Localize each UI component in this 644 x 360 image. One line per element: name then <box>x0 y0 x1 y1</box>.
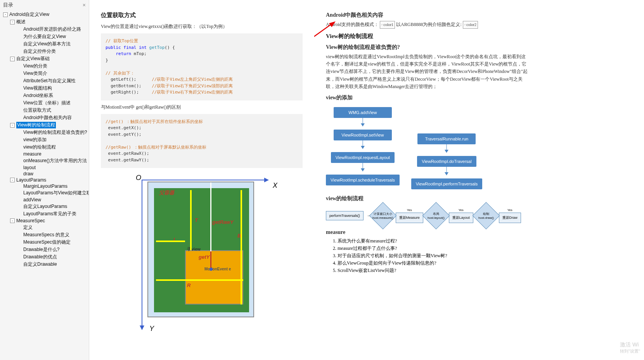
tree-label: onMeasure()方法中常用的方法 <box>23 158 87 164</box>
tree-item[interactable]: Android坐标系 <box>0 92 89 99</box>
list-item: 那么ViewGroup是如何向子View传递限制信息的? <box>338 260 528 267</box>
tree-item[interactable]: -LayoutParams <box>0 177 89 183</box>
tree-item[interactable]: View的分类 <box>0 62 89 70</box>
tree-label: View视图结构 <box>23 85 52 92</box>
tree-toggle-icon[interactable]: - <box>10 123 15 128</box>
flow-node: WMG.addView <box>334 107 392 118</box>
image-placeholder-icon: color1 <box>380 21 395 29</box>
tree-item[interactable]: AttributeSet与自定义属性 <box>0 77 89 85</box>
tree-item[interactable]: Drawable的优点 <box>0 253 89 261</box>
tree-item[interactable]: View视图结构 <box>0 85 89 92</box>
sidebar-title: 目录 <box>3 2 13 9</box>
event-label: MotionEvent e <box>204 267 231 271</box>
tree-item[interactable]: MeasureSpec值的确定 <box>0 239 89 246</box>
tree-item[interactable]: view的绘制流程 <box>0 144 89 151</box>
axis-y-label: Y <box>149 325 154 333</box>
tree-label: 自定义View基础 <box>16 55 50 62</box>
flow-node: 重新Layout <box>449 213 473 223</box>
tree-item[interactable]: addView <box>0 197 89 203</box>
flow-node: performTraversals() <box>326 211 364 220</box>
tree-item[interactable]: MeasureSpecs 的意义 <box>0 231 89 239</box>
paragraph: View的位置是通过view.getxxx()函数进行获取：（以Top为例） <box>101 23 303 30</box>
tree-toggle-icon[interactable]: - <box>10 178 15 182</box>
tree-item[interactable]: 位置获取方式 <box>0 107 89 114</box>
tree-label: View位置（坐标）描述 <box>23 100 71 106</box>
tree-item[interactable]: view的添加 <box>0 136 89 144</box>
list-item: ScrollView嵌套ListView问题? <box>338 267 528 274</box>
tree-label: measure <box>23 151 42 157</box>
tree-label: addView <box>23 197 41 202</box>
tree-label: LayoutParams常见的子类 <box>23 211 76 217</box>
tree-toggle-icon[interactable]: - <box>10 57 15 61</box>
tree-label: MeasureSpecs 的意义 <box>23 232 69 238</box>
code-block: // 获取Top位置 public final int getTop() { r… <box>101 33 303 100</box>
tree-item[interactable]: onMeasure()方法中常用的方法 <box>0 157 89 164</box>
close-icon[interactable]: × <box>83 2 86 8</box>
section-heading: View树的绘制流程是谁负责的? <box>326 44 528 51</box>
tree-label: Android中颜色相关内容 <box>23 114 72 121</box>
tree-label: View类简介 <box>23 70 47 77</box>
tree-item[interactable]: 自定义View的基本方法 <box>0 40 89 48</box>
t-label: T <box>195 217 198 223</box>
flow-diagram-draw: performTraversals() → 计算窗口大小 host.measur… <box>326 206 528 225</box>
tree-item[interactable]: measure <box>0 151 89 157</box>
code-block: //get() ：触摸点相对于其所在组件坐标系的坐标 event.getX();… <box>101 114 303 168</box>
tree-item[interactable]: 自定义Drawable <box>0 261 89 268</box>
section-heading: measure <box>326 229 528 235</box>
flow-node: ViewRootImpl.requestLayout <box>331 152 395 163</box>
tree-item[interactable]: layout <box>0 164 89 171</box>
tree-label: MarginLayoutParams <box>23 183 68 189</box>
flow-node: ViewRootImpl.setView <box>334 130 392 140</box>
child-label: 子view <box>187 246 201 252</box>
flow-node: ViewRootImpl.scheduleTraversals <box>326 175 400 185</box>
flow-node: TraversalRunnable.run <box>417 133 476 144</box>
tree-item[interactable]: 定义 <box>0 224 89 231</box>
flow-decision: 绘制 host.draw() <box>472 202 500 230</box>
tree-item[interactable]: View类简介 <box>0 70 89 77</box>
tree-item[interactable]: 自定义LayoutParams <box>0 203 89 210</box>
tree-toggle-icon[interactable]: - <box>10 218 15 223</box>
flow-diagram-add: WMG.addView ViewRootImpl.setView ViewRoo… <box>326 107 528 189</box>
tree-item[interactable]: LayoutParams与View如何建立联系 <box>0 189 89 197</box>
tree-label: 为什么要自定义View <box>23 33 66 40</box>
tree-label: 自定义LayoutParams <box>23 203 67 210</box>
main-content: 位置获取方式 View的位置是通过view.getxxx()函数进行获取：（以T… <box>89 0 644 360</box>
list-item: 系统为什么要有measure过程? <box>338 238 528 244</box>
flow-node: 重新Measure <box>396 213 423 223</box>
tree-item[interactable]: MarginLayoutParams <box>0 183 89 189</box>
gety-label: getY <box>199 254 209 260</box>
tree-label: view的绘制流程 <box>23 144 56 151</box>
image-placeholder-icon: color2 <box>463 21 478 29</box>
tree-label: Android开发进阶的必经之路 <box>23 26 81 33</box>
tree-item[interactable]: -View树的绘制流程 <box>0 121 89 129</box>
tree-label: view的添加 <box>23 137 47 143</box>
tree-item[interactable]: View位置（坐标）描述 <box>0 99 89 107</box>
tree-item[interactable]: draw <box>0 171 89 177</box>
paragraph: 与MotionEvent中 get()和getRaw()的区别 <box>101 104 303 111</box>
tree-item[interactable]: -概述 <box>0 18 89 26</box>
tree-item[interactable]: View树的绘制流程是谁负责的? <box>0 129 89 136</box>
tree-item[interactable]: Drawable是什么? <box>0 246 89 253</box>
flow-decision: 计算窗口大小 host.measure() <box>369 202 396 230</box>
tree-toggle-icon[interactable]: - <box>10 20 15 24</box>
tree-toggle-icon[interactable]: - <box>3 12 8 17</box>
tree-label: layout <box>23 165 36 170</box>
tree-label: 概述 <box>16 19 26 25</box>
outline-sidebar: 目录 × -Android自定义View-概述Android开发进阶的必经之路为… <box>0 0 89 360</box>
section-heading: 位置获取方式 <box>101 12 303 19</box>
tree-item[interactable]: 自定义控件分类 <box>0 48 89 55</box>
tree-label: View树的绘制流程 <box>16 122 56 128</box>
section-heading: Android中颜色相关内容 <box>326 12 528 19</box>
tree-item[interactable]: -MeasureSpec <box>0 218 89 224</box>
coordinate-diagram: O X Y 父容器 子view T L R B getY getRawY Mot… <box>134 176 270 331</box>
content-column-right: Android中颜色相关内容 Android支持的颜色模式： color1 以A… <box>314 0 539 360</box>
tree-label: LayoutParams <box>16 177 46 183</box>
tree-label: Drawable是什么? <box>23 246 59 253</box>
tree-item[interactable]: -自定义View基础 <box>0 55 89 62</box>
tree-item[interactable]: -Android自定义View <box>0 11 89 18</box>
tree-item[interactable]: 为什么要自定义View <box>0 33 89 40</box>
tree-item[interactable]: Android中颜色相关内容 <box>0 114 89 121</box>
tree-item[interactable]: LayoutParams常见的子类 <box>0 210 89 218</box>
tree-label: View树的绘制流程是谁负责的? <box>23 129 87 136</box>
tree-item[interactable]: Android开发进阶的必经之路 <box>0 26 89 33</box>
